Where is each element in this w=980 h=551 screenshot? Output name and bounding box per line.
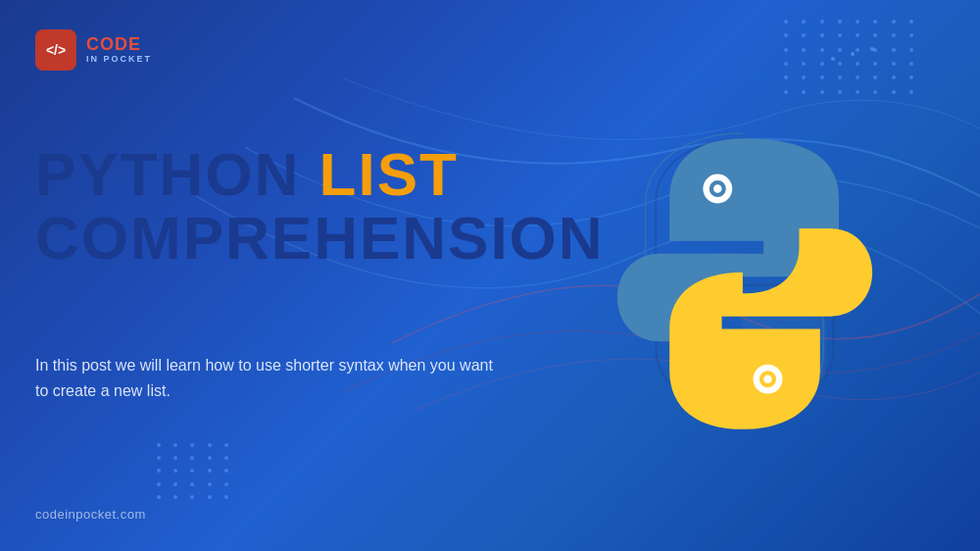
title-line-2: COMPREHENSION (35, 206, 584, 270)
logo-sub-text: IN POCKET (86, 55, 152, 65)
logo-brand-name: CODE (86, 35, 152, 55)
python-logo (588, 118, 902, 431)
dot-grid-bottom (157, 443, 235, 502)
title-python: PYTHON (35, 140, 300, 208)
svg-point-8 (713, 184, 722, 193)
title-line-1: PYTHON LIST (35, 142, 584, 206)
title-list: LIST (319, 140, 459, 208)
logo-icon: </> (35, 29, 76, 71)
svg-text:</>: </> (46, 42, 66, 58)
logo-text: CODE IN POCKET (86, 35, 152, 65)
website-url: codeinpocket.com (35, 507, 146, 522)
dot-grid-top: // Will be generated dynamically (784, 20, 921, 98)
logo: </> CODE IN POCKET (35, 29, 152, 71)
logo-code-highlight: ODE (100, 34, 141, 54)
main-title-block: PYTHON LIST COMPREHENSION (35, 142, 584, 270)
svg-point-11 (763, 375, 772, 383)
page-background: // Will be generated dynamically </> COD… (0, 0, 980, 551)
logo-code-word: C (86, 34, 100, 54)
subtitle-text: In this post we will learn how to use sh… (35, 353, 506, 403)
